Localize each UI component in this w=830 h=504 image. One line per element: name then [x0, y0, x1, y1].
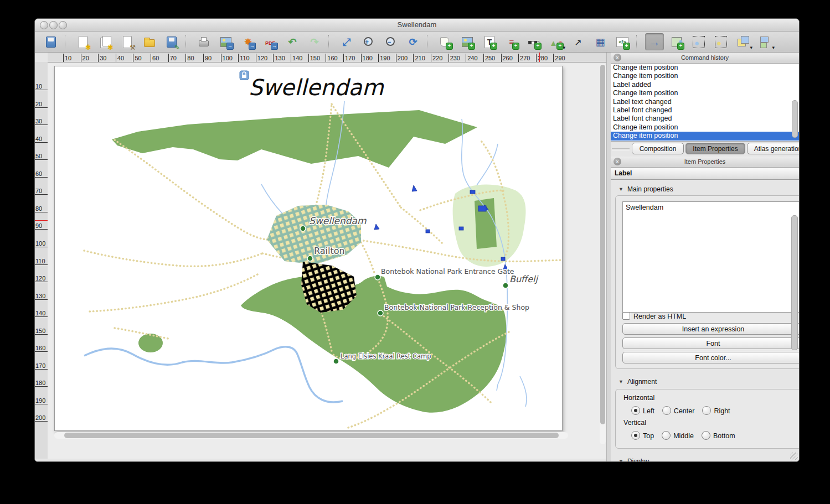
add-label-button[interactable]: [480, 33, 499, 50]
ruler-tick: 140: [35, 310, 48, 317]
redo-button[interactable]: [305, 33, 324, 50]
ruler-tick-label: 110: [240, 55, 250, 61]
new-composition-button[interactable]: [74, 33, 92, 50]
vertical-radio-bottom[interactable]: Bottom: [702, 431, 735, 440]
vertical-radio-label: Top: [643, 432, 654, 440]
font-color-button[interactable]: Font color...: [622, 352, 799, 363]
composer-canvas[interactable]: Swellendam SwellendamRailtonBontebok Nat…: [48, 63, 606, 459]
duplicate-composition-button[interactable]: [96, 33, 115, 50]
ruler-tick: 90: [35, 222, 48, 230]
main-properties-collapse[interactable]: ▼Main properties: [618, 185, 673, 193]
add-legend-button[interactable]: [502, 33, 521, 50]
ruler-tick: [98, 54, 99, 62]
canvas-vertical-scrollbar[interactable]: [600, 64, 606, 444]
command-history-item[interactable]: Change item position: [611, 89, 799, 97]
command-history-item[interactable]: Change item position: [611, 72, 799, 80]
undo-button[interactable]: [283, 33, 302, 50]
command-history-item[interactable]: Change item position: [611, 132, 799, 140]
export-badge-icon: [226, 43, 234, 50]
command-history-item[interactable]: Change item position: [611, 123, 799, 132]
font-button[interactable]: Font: [622, 337, 799, 349]
add-scalebar-button[interactable]: [524, 33, 543, 50]
save-as-template-icon: [165, 35, 178, 49]
resize-grip[interactable]: [790, 453, 798, 460]
label-text-area[interactable]: Swellendam: [622, 201, 799, 313]
zoom-in-button[interactable]: [359, 33, 378, 50]
canvas-horizontal-scrollbar[interactable]: [54, 432, 568, 439]
vertical-radio-top[interactable]: Top: [631, 431, 654, 440]
command-history-item[interactable]: Label added: [611, 81, 799, 89]
composition-manager-icon: [121, 35, 134, 49]
page-title-label[interactable]: Swellendam: [249, 75, 384, 100]
ruler-tick: [361, 54, 362, 62]
ruler-tick: [238, 54, 239, 62]
horizontal-label: Horizontal: [623, 394, 654, 402]
ruler-tick: 10: [35, 83, 48, 90]
plus-badge-icon: [512, 43, 519, 50]
ruler-cursor-indicator: [35, 220, 48, 221]
ruler-tick: [501, 54, 502, 62]
add-html-frame-button[interactable]: [613, 33, 632, 50]
export-as-pdf-button[interactable]: [261, 33, 280, 50]
alignment-group: Horizontal LeftCenterRight Vertical TopM…: [615, 389, 799, 449]
add-arrow-button[interactable]: [569, 33, 587, 50]
save-as-template-button[interactable]: [162, 33, 181, 50]
horizontal-radio-right[interactable]: Right: [702, 406, 730, 415]
display-collapse[interactable]: ▼Display: [618, 458, 649, 462]
ruler-tick: [483, 54, 484, 62]
print-button[interactable]: [194, 33, 213, 50]
composition-page[interactable]: Swellendam SwellendamRailtonBontebok Nat…: [54, 66, 563, 431]
vertical-radio-middle[interactable]: Middle: [662, 431, 694, 440]
raise-selected-items-button[interactable]: [734, 33, 752, 50]
horizontal-radio-label: Left: [643, 407, 654, 415]
command-history-item[interactable]: Label text changed: [611, 98, 799, 106]
item-properties-scrollbar[interactable]: [791, 215, 798, 350]
map-place-label: Bontebok National Park Reception & Shop: [384, 303, 529, 311]
command-history-list: Change item positionChange item position…: [611, 64, 799, 142]
composition-manager-button[interactable]: [118, 33, 137, 50]
command-history-item[interactable]: Label font changed: [611, 106, 799, 115]
save-project-button[interactable]: [42, 33, 60, 50]
tab-composition[interactable]: Composition: [632, 143, 684, 154]
alignment-collapse[interactable]: ▼Alignment: [618, 378, 657, 386]
poi-dot: [307, 256, 313, 261]
command-history-scrollbar[interactable]: [792, 100, 798, 138]
item-type-label: Label: [611, 168, 799, 180]
canvas-hscroll-thumb[interactable]: [64, 433, 559, 438]
tab-item-properties[interactable]: Item Properties: [685, 143, 745, 154]
export-as-image-button[interactable]: [216, 33, 235, 50]
toolbar-separator: [185, 35, 190, 49]
ruler-tick: 170: [35, 362, 48, 370]
ungroup-items-button[interactable]: [712, 33, 730, 50]
align-selected-items-button[interactable]: [756, 33, 775, 50]
horizontal-radio-center[interactable]: Center: [662, 406, 695, 415]
command-history-item[interactable]: Change item position: [611, 64, 799, 72]
command-history-item[interactable]: Label font changed: [611, 115, 799, 123]
refresh-view-button[interactable]: [404, 33, 422, 50]
select-move-item-button[interactable]: [645, 33, 664, 50]
add-shape-button[interactable]: [547, 33, 565, 50]
open-template-button[interactable]: [140, 33, 159, 50]
insert-expression-button[interactable]: Insert an expression: [622, 323, 799, 335]
add-attribute-table-button[interactable]: [591, 33, 610, 50]
canvas-vscroll-thumb[interactable]: [600, 65, 605, 424]
map-item[interactable]: Swellendam SwellendamRailtonBontebok Nat…: [55, 66, 562, 430]
add-new-map-button[interactable]: [436, 33, 455, 50]
group-items-icon: [692, 35, 705, 49]
tab-atlas-generation[interactable]: Atlas generation: [747, 143, 800, 154]
horizontal-radio-left[interactable]: Left: [631, 406, 654, 415]
group-items-button[interactable]: [689, 33, 708, 50]
add-image-button[interactable]: [458, 33, 477, 50]
ruler-tick-label: 250: [485, 55, 495, 61]
ruler-tick: [413, 54, 414, 62]
export-as-svg-button[interactable]: [239, 33, 257, 50]
zoom-out-icon: [384, 35, 398, 49]
item-properties-content: ▼Main properties Swellendam Render as HT…: [611, 180, 799, 462]
zoom-full-button[interactable]: [337, 33, 356, 50]
move-item-content-button[interactable]: [667, 33, 686, 50]
render-as-html-checkbox[interactable]: [622, 312, 630, 320]
ruler-tick: [63, 54, 64, 62]
zoom-out-button[interactable]: [382, 33, 400, 50]
ungroup-items-icon: [714, 35, 728, 49]
ruler-tick-label: 20: [83, 55, 89, 61]
